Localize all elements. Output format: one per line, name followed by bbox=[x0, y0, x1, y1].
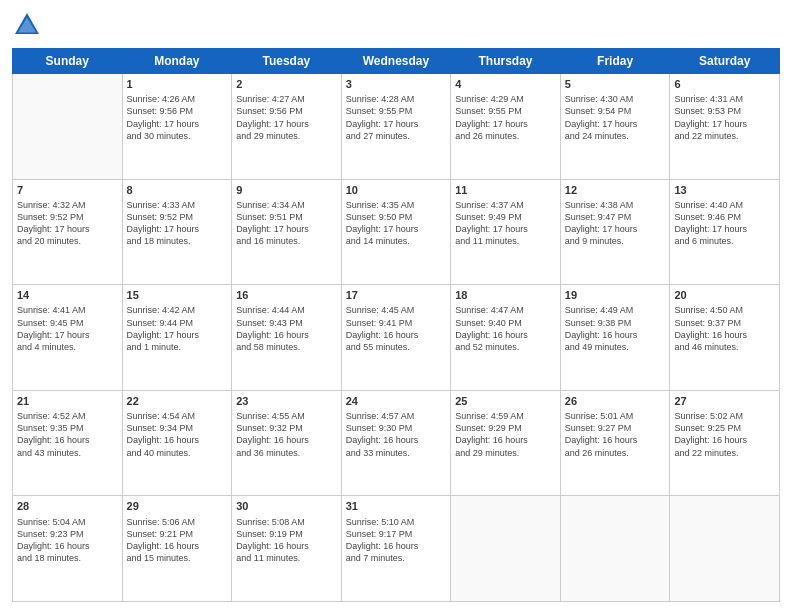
header bbox=[12, 10, 780, 40]
day-info: Sunrise: 4:34 AM Sunset: 9:51 PM Dayligh… bbox=[236, 199, 337, 248]
day-info: Sunrise: 4:45 AM Sunset: 9:41 PM Dayligh… bbox=[346, 304, 447, 353]
page: SundayMondayTuesdayWednesdayThursdayFrid… bbox=[0, 0, 792, 612]
day-info: Sunrise: 4:55 AM Sunset: 9:32 PM Dayligh… bbox=[236, 410, 337, 459]
calendar-cell bbox=[451, 496, 561, 602]
day-number: 7 bbox=[17, 183, 118, 197]
day-info: Sunrise: 4:35 AM Sunset: 9:50 PM Dayligh… bbox=[346, 199, 447, 248]
day-info: Sunrise: 4:31 AM Sunset: 9:53 PM Dayligh… bbox=[674, 93, 775, 142]
day-number: 2 bbox=[236, 77, 337, 91]
calendar-cell: 7Sunrise: 4:32 AM Sunset: 9:52 PM Daylig… bbox=[13, 179, 123, 285]
day-info: Sunrise: 4:38 AM Sunset: 9:47 PM Dayligh… bbox=[565, 199, 666, 248]
day-number: 27 bbox=[674, 394, 775, 408]
day-info: Sunrise: 4:29 AM Sunset: 9:55 PM Dayligh… bbox=[455, 93, 556, 142]
day-number: 9 bbox=[236, 183, 337, 197]
header-cell-saturday: Saturday bbox=[670, 49, 780, 74]
header-cell-wednesday: Wednesday bbox=[341, 49, 451, 74]
day-info: Sunrise: 4:54 AM Sunset: 9:34 PM Dayligh… bbox=[127, 410, 228, 459]
day-number: 30 bbox=[236, 499, 337, 513]
calendar-cell: 12Sunrise: 4:38 AM Sunset: 9:47 PM Dayli… bbox=[560, 179, 670, 285]
day-number: 13 bbox=[674, 183, 775, 197]
calendar-cell: 21Sunrise: 4:52 AM Sunset: 9:35 PM Dayli… bbox=[13, 390, 123, 496]
day-info: Sunrise: 4:27 AM Sunset: 9:56 PM Dayligh… bbox=[236, 93, 337, 142]
calendar-cell: 22Sunrise: 4:54 AM Sunset: 9:34 PM Dayli… bbox=[122, 390, 232, 496]
calendar-cell: 6Sunrise: 4:31 AM Sunset: 9:53 PM Daylig… bbox=[670, 74, 780, 180]
calendar-cell: 19Sunrise: 4:49 AM Sunset: 9:38 PM Dayli… bbox=[560, 285, 670, 391]
calendar-cell: 16Sunrise: 4:44 AM Sunset: 9:43 PM Dayli… bbox=[232, 285, 342, 391]
calendar-cell: 17Sunrise: 4:45 AM Sunset: 9:41 PM Dayli… bbox=[341, 285, 451, 391]
day-info: Sunrise: 4:41 AM Sunset: 9:45 PM Dayligh… bbox=[17, 304, 118, 353]
calendar-cell: 11Sunrise: 4:37 AM Sunset: 9:49 PM Dayli… bbox=[451, 179, 561, 285]
day-info: Sunrise: 4:32 AM Sunset: 9:52 PM Dayligh… bbox=[17, 199, 118, 248]
day-number: 17 bbox=[346, 288, 447, 302]
day-number: 8 bbox=[127, 183, 228, 197]
day-info: Sunrise: 5:04 AM Sunset: 9:23 PM Dayligh… bbox=[17, 516, 118, 565]
calendar-row: 21Sunrise: 4:52 AM Sunset: 9:35 PM Dayli… bbox=[13, 390, 780, 496]
day-info: Sunrise: 4:57 AM Sunset: 9:30 PM Dayligh… bbox=[346, 410, 447, 459]
calendar-row: 7Sunrise: 4:32 AM Sunset: 9:52 PM Daylig… bbox=[13, 179, 780, 285]
day-number: 19 bbox=[565, 288, 666, 302]
calendar-cell: 4Sunrise: 4:29 AM Sunset: 9:55 PM Daylig… bbox=[451, 74, 561, 180]
day-number: 15 bbox=[127, 288, 228, 302]
day-info: Sunrise: 4:30 AM Sunset: 9:54 PM Dayligh… bbox=[565, 93, 666, 142]
day-info: Sunrise: 4:52 AM Sunset: 9:35 PM Dayligh… bbox=[17, 410, 118, 459]
calendar-cell: 9Sunrise: 4:34 AM Sunset: 9:51 PM Daylig… bbox=[232, 179, 342, 285]
calendar-cell: 20Sunrise: 4:50 AM Sunset: 9:37 PM Dayli… bbox=[670, 285, 780, 391]
day-number: 10 bbox=[346, 183, 447, 197]
header-row: SundayMondayTuesdayWednesdayThursdayFrid… bbox=[13, 49, 780, 74]
day-number: 1 bbox=[127, 77, 228, 91]
day-number: 11 bbox=[455, 183, 556, 197]
calendar-cell: 5Sunrise: 4:30 AM Sunset: 9:54 PM Daylig… bbox=[560, 74, 670, 180]
calendar-cell: 10Sunrise: 4:35 AM Sunset: 9:50 PM Dayli… bbox=[341, 179, 451, 285]
calendar-cell: 15Sunrise: 4:42 AM Sunset: 9:44 PM Dayli… bbox=[122, 285, 232, 391]
calendar-cell: 2Sunrise: 4:27 AM Sunset: 9:56 PM Daylig… bbox=[232, 74, 342, 180]
day-number: 6 bbox=[674, 77, 775, 91]
day-number: 25 bbox=[455, 394, 556, 408]
calendar-cell: 29Sunrise: 5:06 AM Sunset: 9:21 PM Dayli… bbox=[122, 496, 232, 602]
day-number: 28 bbox=[17, 499, 118, 513]
header-cell-tuesday: Tuesday bbox=[232, 49, 342, 74]
calendar-table: SundayMondayTuesdayWednesdayThursdayFrid… bbox=[12, 48, 780, 602]
day-info: Sunrise: 4:59 AM Sunset: 9:29 PM Dayligh… bbox=[455, 410, 556, 459]
day-number: 26 bbox=[565, 394, 666, 408]
calendar-cell: 8Sunrise: 4:33 AM Sunset: 9:52 PM Daylig… bbox=[122, 179, 232, 285]
day-info: Sunrise: 4:42 AM Sunset: 9:44 PM Dayligh… bbox=[127, 304, 228, 353]
calendar-cell bbox=[560, 496, 670, 602]
calendar-cell: 24Sunrise: 4:57 AM Sunset: 9:30 PM Dayli… bbox=[341, 390, 451, 496]
day-info: Sunrise: 4:37 AM Sunset: 9:49 PM Dayligh… bbox=[455, 199, 556, 248]
day-info: Sunrise: 4:28 AM Sunset: 9:55 PM Dayligh… bbox=[346, 93, 447, 142]
calendar-cell: 31Sunrise: 5:10 AM Sunset: 9:17 PM Dayli… bbox=[341, 496, 451, 602]
day-info: Sunrise: 4:50 AM Sunset: 9:37 PM Dayligh… bbox=[674, 304, 775, 353]
calendar-header: SundayMondayTuesdayWednesdayThursdayFrid… bbox=[13, 49, 780, 74]
calendar-cell: 13Sunrise: 4:40 AM Sunset: 9:46 PM Dayli… bbox=[670, 179, 780, 285]
day-number: 18 bbox=[455, 288, 556, 302]
calendar-cell: 23Sunrise: 4:55 AM Sunset: 9:32 PM Dayli… bbox=[232, 390, 342, 496]
calendar-cell: 30Sunrise: 5:08 AM Sunset: 9:19 PM Dayli… bbox=[232, 496, 342, 602]
day-number: 23 bbox=[236, 394, 337, 408]
day-number: 29 bbox=[127, 499, 228, 513]
logo bbox=[12, 10, 46, 40]
day-number: 22 bbox=[127, 394, 228, 408]
day-info: Sunrise: 4:33 AM Sunset: 9:52 PM Dayligh… bbox=[127, 199, 228, 248]
day-info: Sunrise: 4:49 AM Sunset: 9:38 PM Dayligh… bbox=[565, 304, 666, 353]
calendar-cell: 1Sunrise: 4:26 AM Sunset: 9:56 PM Daylig… bbox=[122, 74, 232, 180]
calendar-cell bbox=[670, 496, 780, 602]
day-number: 24 bbox=[346, 394, 447, 408]
calendar-body: 1Sunrise: 4:26 AM Sunset: 9:56 PM Daylig… bbox=[13, 74, 780, 602]
header-cell-thursday: Thursday bbox=[451, 49, 561, 74]
day-number: 4 bbox=[455, 77, 556, 91]
day-info: Sunrise: 5:10 AM Sunset: 9:17 PM Dayligh… bbox=[346, 516, 447, 565]
calendar-row: 28Sunrise: 5:04 AM Sunset: 9:23 PM Dayli… bbox=[13, 496, 780, 602]
day-info: Sunrise: 5:02 AM Sunset: 9:25 PM Dayligh… bbox=[674, 410, 775, 459]
day-info: Sunrise: 4:26 AM Sunset: 9:56 PM Dayligh… bbox=[127, 93, 228, 142]
calendar-cell: 28Sunrise: 5:04 AM Sunset: 9:23 PM Dayli… bbox=[13, 496, 123, 602]
day-number: 31 bbox=[346, 499, 447, 513]
calendar-cell: 26Sunrise: 5:01 AM Sunset: 9:27 PM Dayli… bbox=[560, 390, 670, 496]
calendar-cell: 18Sunrise: 4:47 AM Sunset: 9:40 PM Dayli… bbox=[451, 285, 561, 391]
calendar-row: 1Sunrise: 4:26 AM Sunset: 9:56 PM Daylig… bbox=[13, 74, 780, 180]
calendar-cell bbox=[13, 74, 123, 180]
day-number: 20 bbox=[674, 288, 775, 302]
day-number: 16 bbox=[236, 288, 337, 302]
day-info: Sunrise: 4:44 AM Sunset: 9:43 PM Dayligh… bbox=[236, 304, 337, 353]
day-info: Sunrise: 5:06 AM Sunset: 9:21 PM Dayligh… bbox=[127, 516, 228, 565]
calendar-row: 14Sunrise: 4:41 AM Sunset: 9:45 PM Dayli… bbox=[13, 285, 780, 391]
